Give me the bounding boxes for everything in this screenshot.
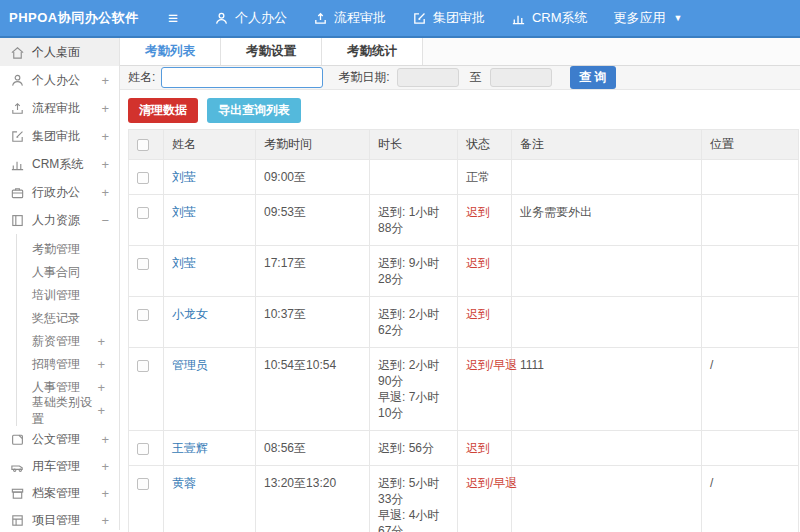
duration-cell: 迟到: 2小时90分 早退: 7小时10分 [370, 348, 458, 431]
row-checkbox[interactable] [137, 443, 149, 455]
status-cell: 迟到 [458, 431, 512, 466]
sidebar-subitem-base-category-settings[interactable]: 基础类别设置 + [17, 399, 119, 422]
row-checkbox[interactable] [137, 360, 149, 372]
expand-icon[interactable]: + [101, 459, 109, 474]
table-row: 刘莹 17:17至 迟到: 9小时28分 迟到 [129, 246, 799, 297]
status-badge: 迟到 [466, 205, 490, 219]
sidebar-item-hr[interactable]: 人力资源 − [0, 206, 119, 234]
sidebar-subitem-training-management[interactable]: 培训管理 [17, 284, 119, 307]
nav-crm-system[interactable]: CRM系统 [511, 9, 588, 27]
col-header-note: 备注 [512, 130, 702, 160]
duration-cell: 迟到: 5小时33分 早退: 4小时67分 [370, 466, 458, 532]
document-icon [10, 432, 25, 447]
expand-icon[interactable]: + [101, 129, 109, 144]
project-icon [10, 513, 25, 528]
nav-workflow-approval[interactable]: 流程审批 [313, 9, 386, 27]
sidebar-item-personal-office[interactable]: 个人办公 + [0, 66, 119, 94]
sidebar-item-personal-desktop[interactable]: 个人桌面 [0, 38, 119, 66]
expand-icon[interactable]: + [101, 157, 109, 172]
archive-icon [10, 486, 25, 501]
sidebar-item-group-approval[interactable]: 集团审批 + [0, 122, 119, 150]
row-checkbox[interactable] [137, 309, 149, 321]
expand-icon[interactable]: + [101, 486, 109, 501]
select-all-checkbox[interactable] [137, 139, 149, 151]
note-cell [512, 466, 702, 532]
status-cell: 迟到/早退 [458, 348, 512, 431]
row-checkbox[interactable] [137, 478, 149, 490]
employee-name-link[interactable]: 刘莹 [172, 256, 196, 270]
employee-name-link[interactable]: 刘莹 [172, 170, 196, 184]
car-icon [10, 459, 25, 474]
tab-attendance-list[interactable]: 考勤列表 [120, 38, 221, 65]
expand-icon[interactable]: + [97, 334, 105, 349]
clean-data-button[interactable]: 清理数据 [128, 98, 198, 123]
sidebar-subitem-recruitment-management[interactable]: 招聘管理 + [17, 353, 119, 376]
nav-group-approval[interactable]: 集团审批 [412, 9, 485, 27]
sidebar-item-archive-management[interactable]: 档案管理 + [0, 480, 119, 507]
location-cell [702, 246, 799, 297]
expand-icon[interactable]: + [101, 73, 109, 88]
sidebar-item-project-management[interactable]: 项目管理 + [0, 507, 119, 530]
sidebar-bottom-group: 公文管理 + 用车管理 + 档案管理 + 项目 [0, 426, 119, 530]
duration-cell [370, 160, 458, 195]
tab-attendance-settings[interactable]: 考勤设置 [221, 38, 322, 65]
note-cell [512, 160, 702, 195]
sidebar-subitem-personnel-contract[interactable]: 人事合同 [17, 261, 119, 284]
row-checkbox[interactable] [137, 207, 149, 219]
expand-icon[interactable]: + [97, 380, 105, 395]
status-badge: 迟到/早退 [466, 476, 517, 490]
edit-icon [412, 11, 427, 26]
expand-icon[interactable]: + [97, 357, 105, 372]
sidebar-item-document-management[interactable]: 公文管理 + [0, 426, 119, 453]
status-cell: 迟到 [458, 246, 512, 297]
employee-name-link[interactable]: 管理员 [172, 358, 208, 372]
col-header-name: 姓名 [164, 130, 256, 160]
sidebar-item-vehicle-management[interactable]: 用车管理 + [0, 453, 119, 480]
sidebar-subitem-salary-management[interactable]: 薪资管理 + [17, 330, 119, 353]
employee-name-link[interactable]: 黄蓉 [172, 476, 196, 490]
table-row: 黄蓉 13:20至13:20 迟到: 5小时33分 早退: 4小时67分 迟到/… [129, 466, 799, 532]
col-header-location: 位置 [702, 130, 799, 160]
briefcase-icon [10, 185, 25, 200]
sidebar-item-admin-office[interactable]: 行政办公 + [0, 178, 119, 206]
row-checkbox[interactable] [137, 258, 149, 270]
tab-attendance-statistics[interactable]: 考勤统计 [322, 38, 423, 65]
col-header-attendance-time: 考勤时间 [256, 130, 370, 160]
status-badge: 迟到/早退 [466, 358, 517, 372]
search-button[interactable]: 查 询 [570, 66, 616, 89]
status-badge: 迟到 [466, 256, 490, 270]
note-cell: 业务需要外出 [512, 195, 702, 246]
expand-icon[interactable]: + [97, 403, 105, 418]
search-bar: 姓名: 考勤日期: 至 查 询 [120, 66, 800, 90]
employee-name-link[interactable]: 小龙女 [172, 307, 208, 321]
employee-name-link[interactable]: 刘莹 [172, 205, 196, 219]
date-to-input[interactable] [490, 68, 552, 87]
row-checkbox[interactable] [137, 172, 149, 184]
employee-name-link[interactable]: 王壹辉 [172, 441, 208, 455]
table-row: 刘莹 09:00至 正常 [129, 160, 799, 195]
hamburger-icon[interactable]: ≡ [168, 10, 178, 27]
expand-icon[interactable]: + [101, 432, 109, 447]
expand-icon[interactable]: + [101, 101, 109, 116]
export-list-button[interactable]: 导出查询列表 [207, 98, 301, 123]
attendance-time-cell: 13:20至13:20 [256, 466, 370, 532]
attendance-date-label: 考勤日期: [338, 69, 389, 86]
user-icon [214, 11, 229, 26]
sidebar-subitem-reward-punishment[interactable]: 奖惩记录 [17, 307, 119, 330]
expand-icon[interactable]: + [101, 185, 109, 200]
sidebar-subitem-attendance-management[interactable]: 考勤管理 [17, 238, 119, 261]
nav-personal-office[interactable]: 个人办公 [214, 9, 287, 27]
nav-more-apps[interactable]: 更多应用 ▼ [614, 9, 683, 27]
action-button-row: 清理数据 导出查询列表 [120, 90, 800, 129]
hr-book-icon [10, 213, 25, 228]
sidebar-item-crm[interactable]: CRM系统 + [0, 150, 119, 178]
attendance-time-cell: 10:37至 [256, 297, 370, 348]
expand-icon[interactable]: + [101, 513, 109, 528]
flow-icon [10, 101, 25, 116]
name-label: 姓名: [128, 69, 155, 86]
date-from-input[interactable] [397, 68, 459, 87]
name-search-input[interactable] [161, 67, 323, 88]
collapse-icon[interactable]: − [101, 213, 109, 228]
note-cell: 1111 [512, 348, 702, 431]
sidebar-item-workflow-approval[interactable]: 流程审批 + [0, 94, 119, 122]
